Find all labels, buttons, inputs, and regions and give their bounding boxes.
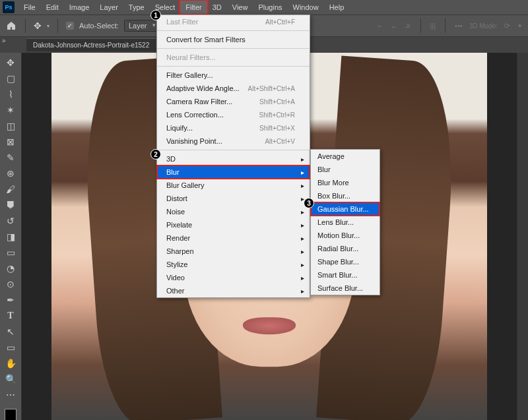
right-panel-dock[interactable] [517, 53, 528, 420]
mi-neural[interactable]: Neural Filters... [157, 51, 310, 64]
menu-help[interactable]: Help [324, 1, 350, 14]
tools-panel: ✥ ▢ ⌇ ✶ ◫ ⊠ ✎ ⊛ 🖌 ⛊ ↺ ◨ ▭ ◔ ⊙ ✒ T ↖ ▭ ✋ … [0, 53, 21, 420]
mi-average[interactable]: Average [311, 150, 380, 163]
zoom-tool[interactable]: 🔍 [2, 372, 19, 386]
move-tool[interactable]: ✥ [2, 55, 19, 70]
hand-tool[interactable]: ✋ [2, 356, 19, 371]
more-tools[interactable]: ⋯ [2, 388, 19, 402]
mi-filter-gallery[interactable]: Filter Gallery... [157, 69, 310, 82]
menu-edit[interactable]: Edit [41, 1, 64, 14]
mi-surface-blur[interactable]: Surface Blur... [311, 282, 380, 295]
path-tool[interactable]: ↖ [2, 324, 19, 339]
mi-camera-raw[interactable]: Camera Raw Filter...Shift+Ctrl+A [157, 95, 310, 108]
separator [25, 18, 26, 33]
menu-filter[interactable]: Filter [180, 1, 207, 14]
lasso-tool[interactable]: ⌇ [2, 87, 19, 102]
stamp-tool[interactable]: ⛊ [2, 198, 19, 212]
menu-image[interactable]: Image [64, 1, 95, 14]
overflow-icon[interactable]: » [2, 37, 6, 44]
align-icon[interactable]: ⫠ [390, 22, 397, 30]
menu-3d[interactable]: 3D [207, 1, 227, 14]
gear-icon[interactable]: ✦ [517, 22, 523, 30]
mi-gaussian-blur[interactable]: Gaussian Blur... [311, 202, 380, 216]
wand-tool[interactable]: ✶ [2, 103, 19, 117]
menu-type[interactable]: Type [123, 1, 150, 14]
mi-noise[interactable]: Noise [157, 205, 310, 218]
app-logo: Ps [3, 1, 15, 13]
mi-shape-blur[interactable]: Shape Blur... [311, 255, 380, 268]
mi-convert-smart[interactable]: Convert for Smart Filters [157, 33, 310, 46]
auto-select-checkbox[interactable]: ✓ [66, 22, 74, 30]
mi-other[interactable]: Other [157, 284, 310, 297]
annotation-badge-2: 2 [150, 149, 161, 160]
frame-tool[interactable]: ⊠ [2, 135, 19, 149]
blur-tool[interactable]: ◔ [2, 261, 19, 276]
menu-view[interactable]: View [227, 1, 253, 14]
auto-select-label: Auto-Select: [79, 22, 119, 30]
mi-vanishing[interactable]: Vanishing Point...Alt+Ctrl+V [157, 135, 310, 148]
mi-box-blur[interactable]: Box Blur... [311, 189, 380, 202]
pen-tool[interactable]: ✒ [2, 293, 19, 307]
filter-dropdown: Last FilterAlt+Ctrl+F Convert for Smart … [156, 15, 310, 298]
mi-lens-blur[interactable]: Lens Blur... [311, 216, 380, 229]
distribute-icon[interactable]: ||| [430, 22, 436, 30]
mi-lens[interactable]: Lens Correction...Shift+Ctrl+R [157, 108, 310, 121]
crop-tool[interactable]: ◫ [2, 119, 19, 133]
menu-plugins[interactable]: Plugins [253, 1, 287, 14]
foreground-swatch[interactable] [5, 409, 16, 420]
move-tool-icon: ✥ [34, 20, 42, 31]
chevron-down-icon: ▾ [47, 23, 50, 29]
mi-adaptive[interactable]: Adaptive Wide Angle...Alt+Shift+Ctrl+A [157, 82, 310, 95]
menu-window[interactable]: Window [288, 1, 324, 14]
align-icon[interactable]: ⫡ [404, 22, 411, 30]
marquee-tool[interactable]: ▢ [2, 71, 19, 86]
layer-dropdown[interactable]: Layer [124, 20, 160, 32]
mi-render[interactable]: Render [157, 231, 310, 245]
annotation-badge-3: 3 [304, 198, 314, 208]
blur-submenu: Average Blur Blur More Box Blur... Gauss… [310, 149, 380, 295]
mode-label: 3D Mode: [469, 22, 498, 30]
brush-tool[interactable]: 🖌 [2, 182, 19, 196]
mi-blur[interactable]: Blur [311, 163, 380, 176]
mi-blur[interactable]: Blur [157, 165, 310, 179]
gradient-tool[interactable]: ▭ [2, 245, 19, 260]
history-tool[interactable]: ↺ [2, 214, 19, 228]
mi-3d[interactable]: 3D [157, 152, 310, 165]
image-content [243, 317, 296, 334]
type-tool[interactable]: T [2, 309, 19, 323]
mi-last-filter[interactable]: Last FilterAlt+Ctrl+F [157, 15, 310, 28]
mi-video[interactable]: Video [157, 271, 310, 284]
eyedropper-tool[interactable]: ✎ [2, 150, 19, 165]
mi-distort[interactable]: Distort [157, 192, 310, 205]
orbit-icon[interactable]: ⟳ [504, 22, 510, 30]
home-icon[interactable] [5, 20, 17, 32]
mi-liquify[interactable]: Liquify...Shift+Ctrl+X [157, 121, 310, 135]
mi-motion-blur[interactable]: Motion Blur... [311, 229, 380, 242]
mi-blur-more[interactable]: Blur More [311, 176, 380, 189]
separator [420, 18, 421, 33]
align-icon[interactable]: ⫟ [376, 22, 383, 30]
mi-blur-gallery[interactable]: Blur Gallery [157, 179, 310, 192]
dodge-tool[interactable]: ⊙ [2, 277, 19, 291]
mi-radial-blur[interactable]: Radial Blur... [311, 242, 380, 255]
mi-stylize[interactable]: Stylize [157, 258, 310, 271]
document-tab[interactable]: Dakota-Johnson-Actress-Portrait-e1522 [26, 38, 156, 51]
eraser-tool[interactable]: ◨ [2, 229, 19, 244]
menu-file[interactable]: File [18, 1, 41, 14]
more-icon[interactable]: ••• [455, 22, 463, 30]
mi-sharpen[interactable]: Sharpen [157, 245, 310, 258]
separator [57, 18, 58, 33]
menu-layer[interactable]: Layer [94, 1, 123, 14]
annotation-badge-1: 1 [150, 10, 161, 20]
shape-tool[interactable]: ▭ [2, 340, 19, 355]
separator [445, 18, 446, 33]
mi-smart-blur[interactable]: Smart Blur... [311, 268, 380, 282]
heal-tool[interactable]: ⊛ [2, 166, 19, 181]
mi-pixelate[interactable]: Pixelate [157, 218, 310, 231]
